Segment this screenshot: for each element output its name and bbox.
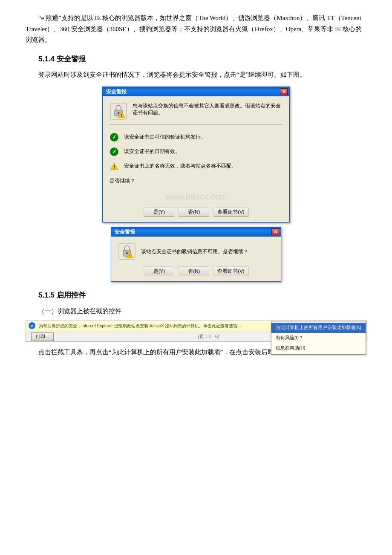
dialog2-no-button[interactable]: 否(N) bbox=[179, 266, 209, 276]
warn-icon-small: ! bbox=[110, 162, 119, 171]
section-515-subheading: （一）浏览器上被拦截的控件 bbox=[26, 306, 366, 317]
section-514-paragraph: 登录网站时涉及到安全证书的情况下，浏览器将会提示安全警报，点击“是”继续即可。如… bbox=[26, 69, 366, 81]
popup-option1[interactable]: 为此计算机上的所有用户安装此加载项(A) bbox=[271, 323, 366, 333]
dialog1-no-button[interactable]: 否(N) bbox=[179, 207, 209, 217]
dialog1-item1-row: ✓ 该安全证书由可信的验证机构发行。 bbox=[110, 130, 282, 145]
section-514-heading: 5.1.4 安全警报 bbox=[38, 53, 366, 66]
dialog2-body: ! 该站点安全证书的吸销信息不可用。是否继续？ 是(Y) 否(N) 查看证书(V… bbox=[111, 237, 281, 281]
dialog1-title: 安全警报 bbox=[104, 87, 127, 96]
dialog2-top-text: 该站点安全证书的吸销信息不可用。是否继续？ bbox=[141, 248, 248, 255]
check-icon-2: ✓ bbox=[110, 147, 119, 156]
dialog2-yes-button[interactable]: 是(Y) bbox=[144, 266, 174, 276]
dialog1-viewcert-button[interactable]: 查看证书(V) bbox=[213, 207, 248, 217]
check-icon-1: ✓ bbox=[110, 133, 119, 142]
dialog1-item2-text: 该安全证书的日期有效。 bbox=[124, 147, 180, 156]
activex-popup-menu: 为此计算机上的所有用户安装此加载项(A) 有何风险(I)？ 信息栏帮助(H) bbox=[271, 321, 366, 355]
svg-point-9 bbox=[126, 252, 128, 254]
print-button[interactable]: 打印... bbox=[31, 332, 54, 341]
dialog2-close-button[interactable]: ✕ bbox=[271, 228, 279, 235]
dialog1-continue-text: 是否继续？ bbox=[110, 177, 282, 185]
dialog1-item3-row: ! 安全证书上的名称无效，或者与站点名称不匹配。 bbox=[110, 159, 282, 173]
security-dialog-2: 安全警报 ✕ ! 该站点安全证书的吸销信息不可用。是否继续？ bbox=[111, 227, 281, 282]
section-515-heading: 5.1.5 启用控件 bbox=[38, 289, 366, 302]
dialog1-close-button[interactable]: ✕ bbox=[280, 88, 288, 95]
dialog1-top-text: 您与该站点交换的信息不会被其它人查看或更改。但该站点的安全证书有问题。 bbox=[133, 102, 282, 116]
security-dialog-1: 安全警报 ✕ ! bbox=[102, 87, 290, 223]
green-checkmark-1: ✓ bbox=[110, 133, 118, 142]
dialog1-top-section: ! 您与该站点交换的信息不会被其它人查看或更改。但该站点的安全证书有问题。 bbox=[110, 102, 282, 125]
dialog1-container: 安全警报 ✕ ! bbox=[26, 87, 366, 282]
dialog2-warning-icon: ! bbox=[118, 243, 136, 260]
watermark: www.bdocx.com bbox=[110, 189, 282, 204]
green-checkmark-2: ✓ bbox=[110, 147, 118, 156]
dialog1-yes-button[interactable]: 是(Y) bbox=[144, 207, 174, 217]
ie-icon: e bbox=[29, 322, 35, 329]
dialog2-top-section: ! 该站点安全证书的吸销信息不可用。是否继续？ bbox=[118, 243, 274, 260]
svg-text:!: ! bbox=[113, 165, 115, 170]
warning-icon: ! bbox=[110, 102, 127, 120]
dialog2-buttons: 是(Y) 否(N) 查看证书(V) bbox=[118, 266, 274, 276]
dialog2-title: 安全警报 bbox=[113, 228, 135, 236]
dialog2-viewcert-button[interactable]: 查看证书(V) bbox=[213, 266, 248, 276]
dialog1-item3-text: 安全证书上的名称无效，或者与站点名称不匹配。 bbox=[124, 162, 236, 171]
intro-paragraph: “e 照通”支持的是以 IE 核心的浏览器版本，如世界之窗（The World）… bbox=[26, 13, 366, 46]
svg-text:!: ! bbox=[129, 253, 131, 258]
dialog1-buttons: 是(Y) 否(N) 查看证书(V) bbox=[110, 207, 282, 217]
dialog1-titlebar: 安全警报 ✕ bbox=[103, 87, 289, 96]
popup-option2[interactable]: 有何风险(I)？ bbox=[271, 333, 366, 343]
toolbar-screenshot: e 为帮助保护您的安全，Internet Explorer 已限制此站点安装 A… bbox=[26, 321, 366, 342]
svg-text:!: ! bbox=[121, 113, 122, 118]
popup-option3[interactable]: 信息栏帮助(H) bbox=[271, 343, 366, 353]
dialog1-item1-text: 该安全证书由可信的验证机构发行。 bbox=[124, 133, 206, 142]
dialog1-item2-row: ✓ 该安全证书的日期有效。 bbox=[110, 145, 282, 159]
dialog1-body: ! 您与该站点交换的信息不会被其它人查看或更改。但该站点的安全证书有问题。 ✓ … bbox=[103, 96, 289, 223]
svg-point-2 bbox=[118, 112, 120, 114]
dialog2-titlebar: 安全警报 ✕ bbox=[111, 227, 281, 237]
